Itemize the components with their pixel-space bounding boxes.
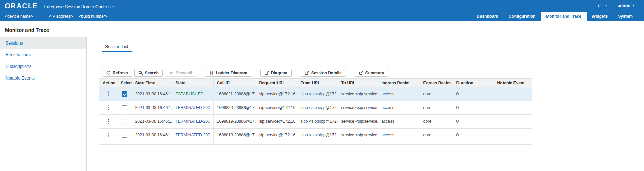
row-actions-kebab-icon[interactable]: [106, 119, 111, 124]
open-diagram-icon: [264, 71, 269, 75]
table-row[interactable]: 2021-03-08 16:46:1...TERMINATED-20016988…: [99, 114, 532, 128]
refresh-button[interactable]: Refresh: [102, 69, 132, 77]
sidebar-item-sessions[interactable]: Sessions: [0, 37, 86, 49]
notifications-button[interactable]: ▼: [597, 3, 607, 9]
sidebar-item-subscriptions[interactable]: Subscriptions: [0, 61, 86, 72]
device-name: <device name>: [5, 14, 33, 19]
search-button[interactable]: Search: [134, 69, 163, 77]
cell-filler: [526, 87, 532, 101]
cell-call-id: 1698818-23886@17...: [213, 128, 256, 142]
top-header-bar: ORACLE Enterprise Session Border Control…: [0, 0, 644, 12]
column-header-egress-realm: Egress Realm: [420, 79, 453, 87]
tab-monitor-and-trace[interactable]: Monitor and Trace: [541, 12, 586, 21]
show-all-label: Show all: [176, 71, 192, 75]
sidebar-item-registrations[interactable]: Registrations: [0, 49, 86, 61]
cell-notable-event: [494, 87, 526, 101]
cell-start-time: 2021-03-08 16:46:1...: [132, 101, 172, 114]
cell-to-uri: service <sip:service...: [338, 101, 378, 114]
ladder-diagram-button[interactable]: Ladder Diagram: [205, 69, 251, 77]
bell-icon: [597, 3, 602, 9]
table-row-partial: [99, 142, 532, 144]
cell-call-id: 1698821-23886@17...: [213, 87, 256, 101]
content-area: Sessions Registrations Subscriptions Not…: [0, 37, 644, 171]
tab-session-list[interactable]: Session List: [102, 42, 132, 52]
cell-request-uri: sip:service@172.16.1...: [256, 128, 297, 142]
cell-from-uri: sipp <sip:sipp@172...: [297, 87, 338, 101]
cell-request-uri: sip:service@172.16.1...: [256, 101, 297, 114]
cell-select: [117, 87, 132, 101]
header-actions: ▼ admin ▼: [597, 3, 635, 9]
cell-select: [117, 128, 132, 142]
ip-address: <IP address>: [49, 14, 73, 19]
main-panel: Session List Refresh: [87, 37, 644, 171]
cell-start-time: 2021-03-08 16:46:1...: [132, 114, 172, 128]
cell-duration: 0: [453, 101, 494, 114]
column-header-state: State: [172, 79, 213, 87]
session-details-label: Session Details: [311, 71, 342, 75]
tab-dashboard[interactable]: Dashboard: [472, 12, 504, 21]
tab-widgets[interactable]: Widgets: [587, 12, 613, 21]
cell-egress-realm: core: [420, 87, 453, 101]
row-select-checkbox[interactable]: [122, 133, 127, 138]
row-select-checkbox[interactable]: [122, 105, 127, 110]
refresh-icon: [106, 71, 111, 75]
row-actions-kebab-icon[interactable]: [106, 105, 111, 110]
page-title: Monitor and Trace: [0, 21, 644, 37]
cell-filler: [526, 101, 532, 114]
cell-select: [117, 101, 132, 114]
panel-tabs: Session List: [99, 42, 644, 52]
open-summary-icon: [359, 71, 363, 75]
cell-duration: 0: [453, 87, 494, 101]
nav-bar: <device name> <IP address> <build number…: [0, 12, 644, 21]
tab-configuration[interactable]: Configuration: [504, 12, 541, 21]
cell-call-id: 1698819-23886@17...: [213, 114, 256, 128]
app-window: ORACLE Enterprise Session Border Control…: [0, 0, 644, 171]
cell-select: [117, 114, 132, 128]
cell-action: [99, 128, 117, 142]
cell-egress-realm: core: [420, 128, 453, 142]
row-actions-kebab-icon[interactable]: [106, 133, 111, 137]
column-filler: [526, 79, 532, 87]
cell-from-uri: sipp <sip:sipp@172...: [297, 128, 338, 142]
sidebar-item-notable-events[interactable]: Notable Events: [0, 72, 86, 84]
diagram-button[interactable]: Diagram: [260, 69, 292, 77]
column-header-request-uri: Request URI: [256, 79, 297, 87]
sidebar: Sessions Registrations Subscriptions Not…: [0, 37, 87, 171]
chevron-down-icon: ▼: [632, 4, 635, 7]
summary-button[interactable]: Summary: [355, 69, 388, 77]
cell-call-id: 1698820-23886@17...: [213, 101, 256, 114]
cell-duration: 0: [453, 128, 494, 142]
row-select-checkbox[interactable]: [122, 119, 127, 124]
tab-system[interactable]: System: [613, 12, 638, 21]
cell-ingress-realm: access: [378, 114, 420, 128]
product-name: Enterprise Session Border Controller: [44, 4, 114, 9]
cell-start-time: 2021-03-08 16:46:1...: [132, 87, 172, 101]
device-info: <device name> <IP address> <build number…: [5, 12, 108, 21]
session-details-button[interactable]: Session Details: [301, 69, 346, 77]
cell-from-uri: sipp <sip:sipp@172...: [297, 114, 338, 128]
sessions-table: ActionSelectStart TimeStateCall IDReques…: [99, 79, 532, 145]
cell-action: [99, 101, 117, 114]
ladder-diagram-label: Ladder Diagram: [216, 71, 247, 75]
user-menu[interactable]: admin ▼: [618, 3, 635, 8]
column-header-call-id: Call ID: [213, 79, 256, 87]
row-actions-kebab-icon[interactable]: [106, 91, 111, 96]
column-header-action: Action: [99, 79, 117, 87]
diagram-label: Diagram: [271, 71, 287, 75]
table-row[interactable]: 2021-03-08 16:46:1...TERMINATED-20016988…: [99, 101, 532, 114]
cell-filler: [526, 128, 532, 142]
build-number: <build number>: [79, 14, 107, 19]
column-header-start-time: Start Time: [132, 79, 172, 87]
cell-start-time: 2021-03-08 16:46:1...: [132, 128, 172, 142]
row-select-checkbox[interactable]: [122, 91, 127, 97]
table-row[interactable]: 2021-03-08 16:46:1...TERMINATED-20016988…: [99, 128, 532, 142]
user-name: admin: [618, 3, 630, 8]
search-label: Search: [145, 71, 159, 75]
cell-ingress-realm: access: [378, 128, 420, 142]
summary-label: Summary: [365, 71, 384, 75]
search-icon: [138, 71, 143, 75]
open-details-icon: [305, 71, 309, 75]
cell-egress-realm: core: [420, 114, 453, 128]
show-all-button[interactable]: Show all: [165, 69, 196, 77]
table-row[interactable]: 2021-03-08 16:46:1...ESTABLISHED1698821-…: [99, 87, 532, 101]
